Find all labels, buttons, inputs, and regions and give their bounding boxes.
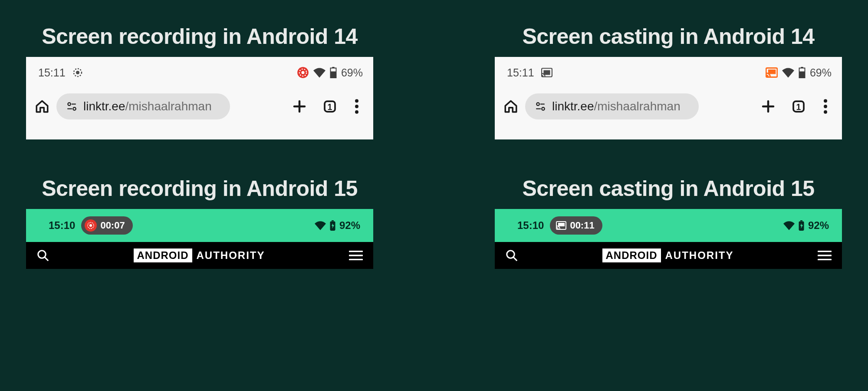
new-tab-icon[interactable]	[756, 99, 780, 114]
panel-title: Screen casting in Android 14	[495, 24, 842, 49]
cast-status-icon	[766, 67, 778, 78]
cast-indicator-icon	[541, 68, 552, 77]
site-settings-icon[interactable]	[535, 101, 546, 112]
new-tab-icon[interactable]	[287, 99, 312, 114]
svg-line-52	[513, 257, 517, 261]
svg-point-35	[824, 99, 827, 103]
brand-logo[interactable]: ANDROID AUTHORITY	[134, 249, 265, 262]
panel-title: Screen recording in Android 14	[26, 24, 373, 49]
svg-point-8	[68, 103, 71, 106]
svg-point-37	[824, 110, 827, 114]
record-status-icon	[297, 66, 309, 79]
panel-title: Screen recording in Android 15	[26, 176, 373, 201]
search-icon[interactable]	[36, 249, 49, 262]
battery-percent: 69%	[810, 66, 832, 79]
app-header: ANDROID AUTHORITY	[495, 242, 842, 269]
menu-icon[interactable]	[348, 99, 365, 114]
casting-chip[interactable]: 00:11	[550, 216, 602, 235]
battery-icon	[799, 67, 806, 78]
status-bar: 15:11 69%	[495, 57, 842, 81]
app-header: ANDROID AUTHORITY	[26, 242, 373, 269]
svg-point-1	[76, 71, 79, 74]
wifi-icon	[783, 221, 795, 230]
status-time: 15:11	[507, 66, 534, 79]
svg-point-39	[89, 224, 92, 227]
battery-icon	[798, 220, 805, 231]
phone-top-card: 15:11 69%	[26, 57, 373, 139]
wifi-icon	[782, 67, 794, 78]
svg-rect-26	[799, 71, 805, 78]
panel-recording-14: Screen recording in Android 14 15:11 69	[26, 24, 373, 139]
phone-top-card: 15:10 00:11 92%	[495, 209, 842, 269]
tab-switcher-icon[interactable]: 1	[786, 99, 811, 114]
svg-point-18	[355, 110, 358, 114]
svg-line-43	[45, 257, 48, 261]
panel-casting-14: Screen casting in Android 14 15:11 69%	[495, 24, 842, 139]
svg-text:1: 1	[328, 102, 332, 112]
cast-chip-icon	[553, 221, 566, 230]
svg-rect-49	[800, 220, 802, 221]
browser-toolbar: linktr.ee/mishaalrahman 1	[26, 81, 373, 119]
status-bar: 15:10 00:11 92%	[495, 209, 842, 242]
svg-rect-40	[332, 220, 334, 221]
battery-percent: 92%	[339, 219, 360, 232]
svg-point-17	[355, 105, 358, 108]
wifi-icon	[313, 67, 326, 78]
svg-point-11	[73, 107, 76, 110]
home-icon[interactable]	[503, 99, 519, 114]
browser-toolbar: linktr.ee/mishaalrahman 1	[495, 81, 842, 119]
panel-title: Screen casting in Android 15	[495, 176, 842, 201]
url-text: linktr.ee/mishaalrahman	[552, 99, 681, 113]
brand-logo[interactable]: ANDROID AUTHORITY	[602, 249, 734, 262]
site-settings-icon[interactable]	[66, 101, 77, 112]
phone-top-card: 15:11 69%	[495, 57, 842, 139]
brand-box: ANDROID	[602, 249, 661, 262]
svg-rect-48	[558, 223, 565, 226]
menu-icon[interactable]	[817, 99, 834, 114]
tab-switcher-icon[interactable]: 1	[318, 99, 342, 114]
recording-chip[interactable]: 00:07	[81, 216, 132, 235]
phone-top-card: 15:10 00:07 92%	[26, 209, 373, 269]
battery-percent: 92%	[808, 219, 829, 232]
url-bar[interactable]: linktr.ee/mishaalrahman	[525, 93, 699, 119]
hamburger-icon[interactable]	[349, 250, 363, 261]
svg-point-23	[766, 76, 768, 78]
svg-point-16	[355, 99, 358, 103]
search-icon[interactable]	[505, 249, 518, 262]
panel-casting-15: Screen casting in Android 15 15:10 00:11	[495, 176, 842, 269]
brand-text: AUTHORITY	[197, 249, 265, 262]
status-time: 15:10	[517, 219, 544, 232]
wifi-icon	[315, 221, 326, 230]
hamburger-icon[interactable]	[818, 250, 832, 261]
status-bar: 15:10 00:07 92%	[26, 209, 373, 242]
svg-point-4	[301, 71, 304, 74]
status-time: 15:11	[38, 66, 66, 79]
svg-rect-7	[330, 71, 336, 78]
svg-point-30	[542, 107, 545, 110]
chip-timer: 00:11	[570, 220, 594, 231]
svg-point-36	[824, 105, 827, 108]
home-icon[interactable]	[34, 99, 50, 114]
chip-timer: 00:07	[100, 220, 125, 231]
brand-text: AUTHORITY	[665, 249, 734, 262]
svg-point-27	[536, 103, 539, 106]
battery-percent: 69%	[341, 66, 363, 79]
status-time: 15:10	[49, 219, 75, 232]
battery-icon	[330, 67, 337, 78]
record-dot-icon	[85, 219, 97, 232]
status-bar: 15:11 69%	[26, 57, 373, 81]
url-bar[interactable]: linktr.ee/mishaalrahman	[56, 93, 230, 119]
brand-box: ANDROID	[134, 249, 192, 262]
svg-text:1: 1	[796, 102, 801, 112]
url-text: linktr.ee/mishaalrahman	[83, 99, 212, 113]
record-indicator-icon	[72, 67, 83, 78]
battery-icon	[329, 220, 336, 231]
panel-recording-15: Screen recording in Android 15 15:10 00:…	[26, 176, 373, 269]
